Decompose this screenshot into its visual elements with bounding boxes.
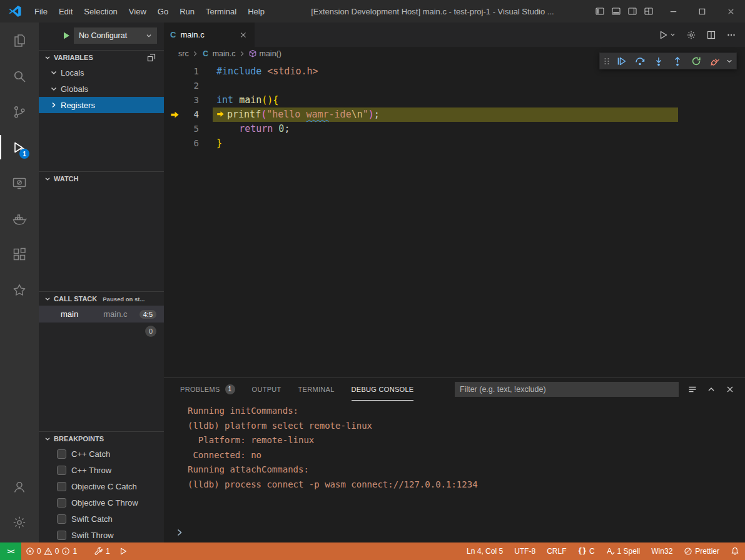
breakpoint-c-throw[interactable]: C++ Throw [39,462,164,478]
console-prompt-icon[interactable] [175,528,185,538]
menu-view[interactable]: View [123,3,152,19]
toggle-panel-icon[interactable] [611,6,621,16]
breakpoint-gutter[interactable] [164,79,183,93]
stack-frame-main[interactable]: main main.c 4:5 [39,306,164,322]
tree-item-label: Registers [61,101,95,110]
breakpoint-gutter[interactable] [164,93,183,108]
activitybar-run-debug[interactable]: 1 [0,129,39,165]
panel-tab-debug-console[interactable]: DEBUG CONSOLE [352,378,414,401]
call-stack-header[interactable]: CALL STACK Paused on st... [39,292,164,306]
watch-header[interactable]: WATCH [39,172,164,186]
variables-header[interactable]: VARIABLES [39,51,164,64]
variables-item-globals[interactable]: Globals [39,81,164,97]
menu-selection[interactable]: Selection [78,3,123,19]
checkbox[interactable] [57,514,66,524]
activitybar-remote-explorer[interactable] [0,165,39,201]
checkbox[interactable] [57,498,66,508]
code-line-2[interactable]: 2 [164,79,745,93]
code-editor[interactable]: 1#include <stdio.h>23int main(){4printf(… [164,61,745,151]
start-debug-icon[interactable] [61,31,71,41]
activitybar-source-control[interactable] [0,94,39,129]
breakpoints-header[interactable]: BREAKPOINTS [39,432,164,446]
more-actions-icon[interactable] [726,30,736,40]
collapse-all-icon[interactable] [146,52,156,62]
activitybar-extensions[interactable] [0,236,39,272]
variables-item-registers[interactable]: Registers [39,97,164,113]
activitybar-explorer[interactable] [0,22,39,58]
menu-file[interactable]: File [29,3,53,19]
menu-terminal[interactable]: Terminal [200,3,242,19]
close-panel-icon[interactable] [725,384,735,394]
menu-edit[interactable]: Edit [53,3,78,19]
code-line-4[interactable]: 4printf("hello wamr-ide\n"); [164,108,745,122]
variables-item-locals[interactable]: Locals [39,64,164,81]
activitybar-star[interactable] [0,272,39,308]
breakpoint-gutter[interactable] [164,136,183,151]
drag-grip-icon[interactable] [602,56,612,66]
checkbox[interactable] [57,449,66,459]
breakpoint-gutter[interactable] [164,122,183,136]
code-line-6[interactable]: 6} [164,136,745,151]
breadcrumb-main[interactable]: main() [248,49,281,58]
breakpoint-objective-c-throw[interactable]: Objective C Throw [39,494,164,511]
minimize-button[interactable] [659,0,687,22]
output-options-icon[interactable] [687,384,697,394]
code-line-5[interactable]: 5 return 0; [164,122,745,136]
toggle-secondary-sidebar-icon[interactable] [627,6,637,16]
remote-indicator[interactable]: >< [0,542,21,560]
notifications-bell[interactable] [725,542,745,560]
activitybar-docker[interactable] [0,201,39,236]
breakpoint-swift-catch[interactable]: Swift Catch [39,511,164,527]
close-button[interactable] [716,0,745,22]
step-out-button[interactable] [668,53,687,69]
gear-icon[interactable] [686,30,696,40]
status-utf-8[interactable]: UTF-8 [509,542,541,560]
run-or-debug-button[interactable] [659,30,676,40]
tab-close-icon[interactable] [238,30,248,40]
status-win32[interactable]: Win32 [646,542,678,560]
breakpoint-gutter[interactable] [164,64,183,79]
toolchain-status[interactable]: 1 [90,542,114,560]
menu-run[interactable]: Run [174,3,200,19]
debug-status[interactable] [114,542,132,560]
breakpoint-objective-c-catch[interactable]: Objective C Catch [39,478,164,494]
checkbox[interactable] [57,466,66,475]
panel-tab-terminal[interactable]: TERMINAL [298,378,335,401]
panel-tab-problems[interactable]: PROBLEMS1 [180,378,235,401]
continue-button[interactable] [612,53,631,69]
breakpoint-c-catch[interactable]: C++ Catch [39,446,164,462]
status-1-spell[interactable]: 1 Spell [601,542,646,560]
activitybar-search[interactable] [0,58,39,94]
panel-tab-output[interactable]: OUTPUT [252,378,281,401]
debug-session-chevron-icon[interactable] [726,58,733,65]
step-into-button[interactable] [649,53,668,69]
frame-file: main.c [103,309,127,319]
step-over-button[interactable] [631,53,649,69]
breadcrumb-main-c[interactable]: Cmain.c [201,49,236,58]
console-filter-input[interactable] [455,382,679,397]
maximize-panel-icon[interactable] [706,384,716,394]
split-editor-icon[interactable] [706,30,716,40]
code-line-3[interactable]: 3int main(){ [164,93,745,108]
breakpoint-swift-throw[interactable]: Swift Throw [39,527,164,542]
checkbox[interactable] [57,482,66,491]
menu-help[interactable]: Help [242,3,270,19]
status-ln-4-col-5[interactable]: Ln 4, Col 5 [461,542,509,560]
maximize-button[interactable] [687,0,716,22]
current-line-arrow-icon[interactable] [164,108,183,122]
disconnect-button[interactable] [706,53,724,69]
tab-main-c[interactable]: C main.c [164,22,255,47]
activitybar-settings[interactable] [0,504,39,540]
checkbox[interactable] [57,531,66,540]
toggle-sidebar-icon[interactable] [595,6,605,16]
breadcrumb-src[interactable]: src [178,49,189,58]
status-c[interactable]: {}C [572,542,600,560]
launch-config-dropdown[interactable]: No Configurat [74,28,157,44]
problems-status[interactable]: 0 0 1 [21,542,81,560]
activitybar-account[interactable] [0,469,39,504]
customize-layout-icon[interactable] [644,6,654,16]
restart-button[interactable] [687,53,706,69]
menu-go[interactable]: Go [152,3,174,19]
status-crlf[interactable]: CRLF [541,542,572,560]
status-prettier[interactable]: Prettier [678,542,725,560]
